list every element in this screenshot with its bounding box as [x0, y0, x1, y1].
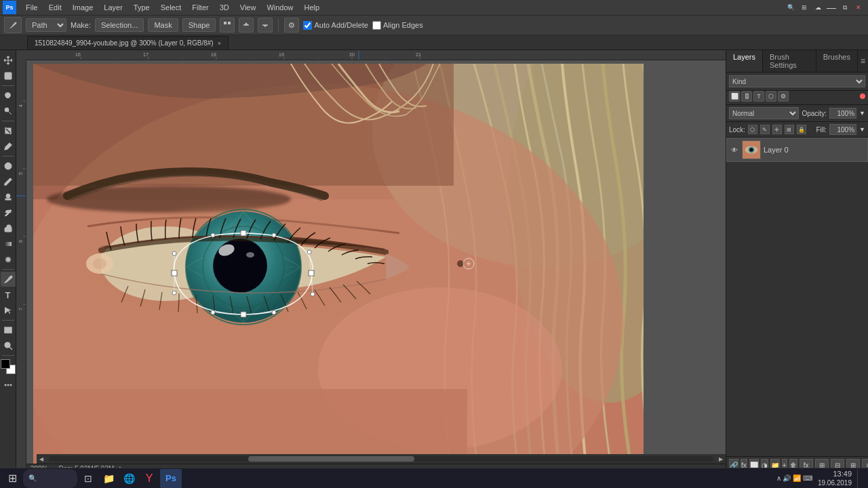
path-selection-tool[interactable] — [1, 303, 16, 318]
show-desktop-btn[interactable] — [857, 469, 861, 488]
horizontal-scrollbar[interactable]: ◀ ▶ — [37, 454, 726, 464]
crop-tool[interactable] — [1, 123, 16, 138]
lock-all-icon[interactable]: 🔒 — [797, 125, 806, 134]
tab-brush-settings[interactable]: Brush Settings — [763, 50, 816, 72]
scroll-right-btn[interactable]: ▶ — [716, 454, 726, 464]
taskbar-photoshop[interactable]: Ps — [160, 469, 182, 488]
cloud-btn[interactable]: ☁ — [812, 2, 823, 13]
main-layout: T 16 17 — [0, 50, 868, 473]
blend-mode-select[interactable]: Normal Multiply Screen Overlay — [729, 107, 799, 119]
filter-adjust-icon[interactable]: 🎛 — [741, 91, 752, 102]
menu-type[interactable]: Type — [128, 2, 155, 13]
menu-view[interactable]: View — [235, 2, 262, 13]
window-controls: 🔍 ⊞ ☁ — ⧉ ✕ — [784, 2, 865, 13]
taskbar-yandex[interactable]: Y — [140, 469, 159, 488]
gradient-tool[interactable] — [1, 237, 16, 251]
menu-layer[interactable]: Layer — [98, 2, 128, 13]
move-tool[interactable] — [1, 53, 16, 68]
scroll-thumb[interactable] — [248, 456, 414, 462]
tab-close-btn[interactable]: × — [218, 40, 221, 47]
history-brush-tool[interactable] — [1, 205, 16, 220]
fill-chevron[interactable]: ▼ — [859, 126, 865, 133]
pen-tool-icon — [4, 17, 22, 33]
path-type-select[interactable]: Path Shape Pixels — [26, 18, 66, 32]
zoom-tool[interactable] — [1, 338, 16, 353]
layer-visibility-toggle[interactable]: 👁 — [730, 145, 739, 155]
magic-wand-tool[interactable] — [1, 104, 16, 119]
taskbar-browser[interactable]: 🌐 — [119, 469, 138, 488]
document-tab[interactable]: 1510824849_9904-youtube.jpg @ 300% (Laye… — [27, 36, 229, 49]
menu-image[interactable]: Image — [67, 2, 99, 13]
tab-brushes[interactable]: Brushes — [816, 50, 858, 72]
arrange-btn[interactable]: ⊞ — [799, 2, 810, 13]
filter-shape-icon[interactable]: ⬡ — [766, 91, 776, 102]
app-icon: Ps — [3, 1, 16, 14]
menu-select[interactable]: Select — [155, 2, 187, 13]
restore-btn[interactable]: ⧉ — [840, 2, 850, 13]
path-options-btn[interactable] — [220, 18, 235, 33]
menu-help[interactable]: Help — [299, 2, 326, 13]
pen-tool[interactable] — [1, 272, 16, 287]
lock-position-icon[interactable]: ✛ — [772, 125, 782, 134]
opacity-chevron[interactable]: ▼ — [859, 110, 865, 117]
more-tools[interactable] — [1, 378, 16, 392]
shape-button[interactable]: Shape — [182, 18, 216, 32]
layer-item-0[interactable]: 👁 Layer 0 — [726, 138, 868, 162]
distribute-btn[interactable] — [258, 18, 273, 33]
kind-filter-select[interactable]: Kind — [729, 75, 865, 87]
start-button[interactable]: ⊞ — [3, 469, 22, 488]
brush-tool[interactable] — [1, 174, 16, 189]
filter-pixel-icon[interactable]: ⬜ — [729, 91, 740, 102]
close-btn[interactable]: ✕ — [853, 2, 864, 13]
canvas-image[interactable] — [33, 64, 644, 464]
rectangle-tool[interactable] — [1, 323, 16, 338]
lasso-tool[interactable] — [1, 88, 16, 103]
align-edges-label[interactable]: Align Edges — [372, 21, 423, 30]
blend-mode-row: Normal Multiply Screen Overlay Opacity: … — [726, 105, 868, 122]
mask-button[interactable]: Mask — [148, 18, 178, 32]
menu-file[interactable]: File — [20, 2, 43, 13]
menu-bar: Ps File Edit Image Layer Type Select Fil… — [0, 0, 868, 15]
heal-tool[interactable] — [1, 159, 16, 174]
panel-menu-icon[interactable]: ≡ — [861, 56, 865, 66]
canvas-area[interactable]: ◀ ▶ — [26, 60, 726, 464]
blur-tool[interactable] — [1, 252, 16, 267]
search-btn[interactable]: 🔍 — [785, 2, 796, 13]
eraser-tool[interactable] — [1, 221, 16, 236]
lock-transparent-icon[interactable]: ⬡ — [748, 125, 757, 134]
menu-edit[interactable]: Edit — [43, 2, 67, 13]
taskbar-task-view[interactable]: ⊡ — [79, 469, 98, 488]
scroll-track[interactable] — [49, 456, 713, 462]
align-edges-checkbox[interactable] — [372, 21, 381, 30]
eyedropper-tool[interactable] — [1, 139, 16, 154]
lock-pixels-icon[interactable]: ✎ — [760, 125, 770, 134]
filter-type-icon[interactable]: T — [753, 91, 764, 102]
svg-point-27 — [9, 384, 12, 386]
lock-label: Lock: — [729, 126, 745, 134]
filter-smart-icon[interactable]: ⚙ — [778, 91, 789, 102]
artboard-tool[interactable] — [1, 68, 16, 83]
svg-rect-20 — [5, 327, 12, 333]
align-btn[interactable] — [239, 18, 254, 33]
taskbar-search[interactable]: 🔍 — [23, 469, 77, 488]
auto-add-label[interactable]: Auto Add/Delete — [303, 21, 368, 30]
menu-filter[interactable]: Filter — [186, 2, 214, 13]
menu-3d[interactable]: 3D — [214, 2, 235, 13]
tab-layers[interactable]: Layers — [726, 50, 763, 72]
svg-line-7 — [8, 111, 12, 115]
type-tool[interactable]: T — [1, 287, 16, 302]
scroll-left-btn[interactable]: ◀ — [37, 454, 46, 464]
selection-button[interactable]: Selection... — [95, 18, 144, 32]
stamp-tool[interactable] — [1, 190, 16, 205]
lock-artboard-icon[interactable]: ⊞ — [785, 125, 794, 134]
auto-add-checkbox[interactable] — [303, 21, 312, 30]
color-swatches[interactable] — [1, 359, 16, 374]
opacity-label: Opacity: — [802, 110, 827, 117]
fill-input[interactable] — [829, 124, 856, 135]
taskbar-explorer[interactable]: 📁 — [99, 469, 118, 488]
opacity-input[interactable] — [829, 108, 856, 119]
minimize-btn[interactable]: — — [826, 2, 837, 13]
svg-point-87 — [457, 260, 464, 267]
path-ops-btn[interactable]: ⚙ — [284, 18, 299, 33]
menu-window[interactable]: Window — [261, 2, 298, 13]
